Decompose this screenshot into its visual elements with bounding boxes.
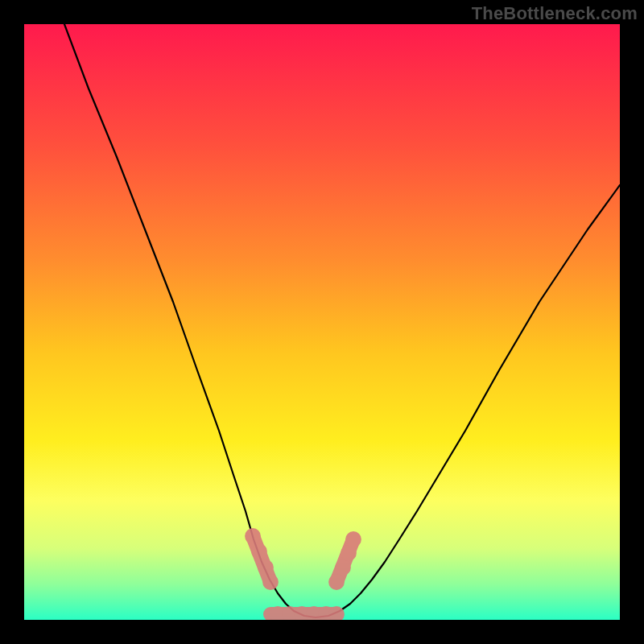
plot-area xyxy=(24,24,620,620)
chart-svg xyxy=(24,24,620,620)
svg-point-12 xyxy=(341,545,357,561)
chart-frame: TheBottleneck.com xyxy=(0,0,644,644)
watermark-text: TheBottleneck.com xyxy=(472,3,638,24)
svg-point-11 xyxy=(335,559,351,576)
svg-point-3 xyxy=(262,574,279,590)
svg-point-10 xyxy=(328,574,345,590)
svg-point-13 xyxy=(345,531,361,547)
svg-point-1 xyxy=(251,543,267,559)
svg-point-2 xyxy=(258,559,274,576)
svg-point-0 xyxy=(245,528,261,544)
gradient-bg xyxy=(24,24,620,620)
